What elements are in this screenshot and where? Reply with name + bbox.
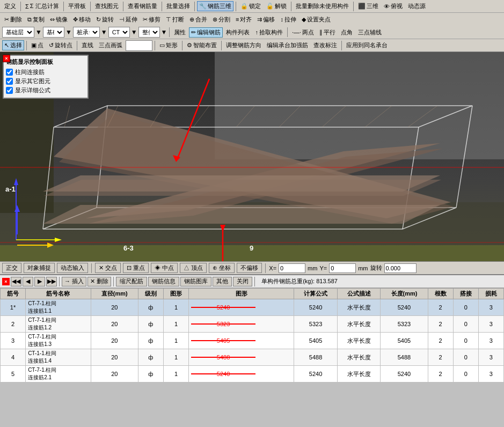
find-drawing-btn[interactable]: 查找图元	[93, 1, 121, 11]
table-row[interactable]: 1* CT-7-1.柱间连接筋1.1 20 ф 1 5240 5240 水平长度…	[1, 299, 504, 316]
toolbar-row-2: ✂ 删除 ⧉ 复制 ⇔ 镜像 ✥ 移动 ↻ 旋转 ⊣ 延伸 ✂ 修剪 ⊤ 打断	[0, 13, 504, 26]
smart-layout-btn[interactable]: ⚙ 智能布置	[185, 40, 219, 50]
scope-select[interactable]: 整体	[138, 27, 160, 38]
scale-rebar-tab[interactable]: 缩尺配筋	[116, 277, 147, 286]
copy-btn[interactable]: ⧉ 复制	[25, 14, 47, 25]
pile-cap-select[interactable]: 桩承台	[73, 27, 100, 38]
nav-first-btn[interactable]: ◀◀	[11, 277, 21, 286]
view-rebar-btn[interactable]: 查看钢筋量	[126, 1, 159, 11]
mirror-icon: ⇔	[50, 16, 55, 23]
rebar-table-wrapper[interactable]: 筋号 筋号名称 直径(mm) 级别 图形 图形 计算公式 公式描述 长度(mm)…	[0, 288, 504, 382]
arc-input[interactable]	[126, 40, 152, 51]
nav-delete-btn[interactable]: ✕ 删除	[87, 277, 111, 286]
table-row[interactable]: 4 CT-1-1.柱间连接筋1.4 20 ф 1 5488 5488 水平长度 …	[1, 349, 504, 366]
edit-cap-rebar-btn[interactable]: 编辑承台加强筋	[265, 40, 310, 50]
main-3d-view[interactable]: a-1 3000 15500 6-3 9 × 钢筋显示控制面板 柱间连接筋	[0, 52, 504, 261]
vertex-btn[interactable]: △ 顶点	[180, 263, 207, 273]
lock-btn[interactable]: 🔒 锁定	[238, 1, 263, 11]
3d-btn[interactable]: ⬛ 三维	[356, 1, 381, 11]
midpoint2-btn[interactable]: ◈ 中点	[151, 263, 178, 273]
parallel-btn[interactable]: ∥ 平行	[317, 27, 338, 38]
set-vertex-btn[interactable]: ◆ 设置夹点	[300, 14, 333, 25]
midpoint-btn[interactable]: ⊡ 重点	[123, 263, 149, 273]
trim-btn[interactable]: ✂ 修剪	[141, 14, 163, 25]
summary-btn[interactable]: Σ Σ 汇总计算	[23, 1, 61, 11]
component-list-btn[interactable]: 构件列表	[224, 27, 252, 38]
cell-drawing: 5240	[189, 299, 294, 316]
punch-btn[interactable]: ⊤ 打断	[164, 14, 186, 25]
change-mark-btn[interactable]: 查改标注	[311, 40, 339, 50]
nav-prev-btn[interactable]: ◀	[23, 277, 33, 286]
x-input[interactable]	[279, 263, 305, 273]
connect-rebar-checkbox[interactable]: 柱间连接筋	[6, 68, 85, 76]
show-formula-input[interactable]	[6, 87, 13, 94]
pick-component-btn[interactable]: ↑ 拾取构件	[253, 27, 285, 38]
batch-delete-btn[interactable]: 批量删除未使用构件	[294, 1, 351, 11]
rebar-info-tab[interactable]: 钢筋信息	[148, 277, 179, 286]
attr-btn[interactable]: 属性	[172, 27, 188, 38]
connect-rebar-input[interactable]	[6, 69, 13, 76]
select-btn[interactable]: ↖ 选择	[2, 40, 24, 50]
code-select[interactable]: CT-7	[108, 27, 130, 38]
svg-text:6-3: 6-3	[123, 244, 134, 252]
move-btn[interactable]: ✥ 移动	[71, 14, 93, 25]
col-name: 筋号名称	[26, 289, 91, 299]
table-row[interactable]: 5 CT-7-1.柱间连接筋2.1 20 ф 1 5240 5240 水平长度 …	[1, 366, 504, 382]
rotate-point-btn[interactable]: ↺ 旋转点	[47, 40, 75, 50]
table-row[interactable]: 3 CT-7-1.柱间连接筋1.3 20 ф 1 5405 5405 水平长度 …	[1, 333, 504, 349]
align-btn[interactable]: ≡ 对齐	[233, 14, 254, 25]
show-formula-checkbox[interactable]: 显示详细公式	[6, 86, 85, 94]
show-others-input[interactable]	[6, 78, 13, 85]
batch-select-btn[interactable]: 批量选择	[164, 1, 192, 11]
offset-btn[interactable]: ⇉ 偏移	[255, 14, 277, 25]
y-input[interactable]	[329, 263, 356, 273]
sep-t4a	[26, 41, 27, 50]
flat-panel-btn[interactable]: 平滑板	[66, 1, 88, 11]
rebar-lib-tab[interactable]: 钢筋图库	[180, 277, 211, 286]
two-points-btn[interactable]: ·—· 两点	[290, 27, 316, 38]
nav-last-btn[interactable]: ▶▶	[46, 277, 57, 286]
merge-btn[interactable]: ⊕ 合并	[187, 14, 209, 25]
ortho-btn[interactable]: 正交	[2, 263, 21, 273]
intersection-btn[interactable]: ✕ 交点	[95, 263, 121, 273]
straight-line-btn[interactable]: 直线	[79, 40, 96, 50]
unlock-btn[interactable]: 🔓 解锁	[264, 1, 289, 11]
other-tab[interactable]: 其他	[213, 277, 232, 286]
nav-insert-btn[interactable]: → 插入	[62, 277, 86, 286]
no-offset-btn[interactable]: 不偏移	[237, 263, 262, 273]
panel-close-btn[interactable]: ×	[3, 55, 10, 62]
define-btn[interactable]: 定义	[2, 1, 18, 11]
split-btn[interactable]: ⊗ 分割	[210, 14, 232, 25]
coord-btn[interactable]: ⊕ 坐标	[209, 263, 235, 273]
extend-btn[interactable]: ⊣ 延伸	[117, 14, 140, 25]
rotate-label: 旋转	[370, 264, 382, 272]
layer-select[interactable]: 基础层	[2, 27, 34, 38]
nav-close-btn[interactable]: ×	[2, 278, 10, 285]
toolbar-row-4: ↖ 选择 ▣ 点 ↺ 旋转点 直线 三点画弧 ▭ 矩形 ⚙ 智能布置 调整钢筋方…	[0, 39, 504, 51]
snap-btn[interactable]: 对象捕捉	[24, 263, 55, 273]
animate-btn[interactable]: 动态源	[406, 1, 428, 11]
element-select[interactable]: 基础	[43, 27, 64, 38]
three-point-arc-btn[interactable]: 三点画弧	[97, 40, 125, 50]
nav-next-btn[interactable]: ▶	[34, 277, 45, 286]
rotate-btn[interactable]: ↻ 旋转	[94, 14, 116, 25]
sep-4	[123, 2, 123, 11]
adjust-dir-btn[interactable]: 调整钢筋方向	[224, 40, 264, 50]
drag-btn[interactable]: ↕ 拉伸	[278, 14, 298, 25]
mirror-btn[interactable]: ⇔ 镜像	[48, 14, 70, 25]
delete-btn[interactable]: ✂ 删除	[2, 14, 24, 25]
rebar-3d-btn[interactable]: 🔧 钢筋三维	[197, 1, 233, 11]
edit-rebar-btn[interactable]: ✏ 编辑钢筋	[189, 27, 223, 38]
punch-icon: ⊤	[166, 16, 171, 23]
rect-btn[interactable]: ▭ 矩形	[157, 40, 180, 50]
three-point-aux-btn[interactable]: 三点辅线	[356, 27, 384, 38]
view-btn[interactable]: 👁 俯视	[382, 1, 405, 11]
table-row[interactable]: 2 CT-7-1.柱间连接筋1.2 20 ф 1 5323 5323 水平长度 …	[1, 316, 504, 333]
corner-btn[interactable]: 点角	[339, 27, 355, 38]
apply-same-btn[interactable]: 应用到同名承台	[344, 40, 390, 50]
close-tab[interactable]: 关闭	[233, 277, 252, 286]
dynamic-input-btn[interactable]: 动态输入	[57, 263, 88, 273]
point-btn[interactable]: ▣ 点	[29, 40, 46, 50]
rotate-input[interactable]	[384, 263, 417, 273]
show-others-checkbox[interactable]: 显示其它图元	[6, 77, 85, 85]
